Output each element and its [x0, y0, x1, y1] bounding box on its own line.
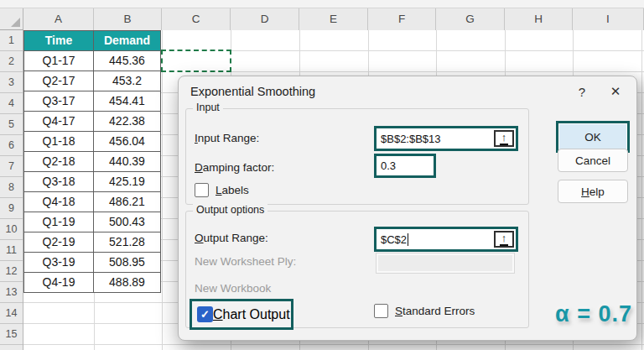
cell-demand[interactable]: 440.39	[94, 152, 161, 172]
help-button[interactable]: Help	[558, 180, 628, 203]
row-header[interactable]: 13	[0, 282, 23, 303]
chart-output-highlight: ✓ Chart Output	[190, 299, 293, 330]
output-range-input[interactable]: $C$2	[377, 229, 492, 249]
table-row: Q3-17454.41	[24, 91, 161, 112]
column-header-e[interactable]: E	[299, 8, 368, 30]
cell-demand[interactable]: 488.89	[94, 273, 161, 293]
dialog-title: Exponential Smoothing	[190, 85, 315, 98]
input-range-input[interactable]: $B$2:$B$13	[377, 128, 492, 149]
input-range-field-highlight: $B$2:$B$13 ↑	[374, 126, 518, 151]
table-row: Q2-17453.2	[24, 71, 161, 91]
ok-button[interactable]: OK	[558, 123, 627, 150]
labels-checkbox[interactable]	[195, 183, 209, 197]
new-worksheet-ply-input	[376, 253, 515, 274]
column-header-d[interactable]: D	[231, 8, 299, 30]
cell-demand[interactable]: 456.04	[94, 132, 161, 152]
standard-errors-label[interactable]: Standard Errors	[395, 305, 475, 317]
row-header[interactable]: 4	[0, 93, 23, 114]
cell-time[interactable]: Q4-19	[24, 273, 94, 293]
gridline	[641, 30, 642, 350]
column-header-f[interactable]: F	[368, 8, 436, 30]
cell-time[interactable]: Q2-19	[24, 232, 94, 253]
dialog-help-icon[interactable]: ?	[571, 81, 593, 102]
cell-time[interactable]: Q1-17	[24, 51, 94, 71]
column-header-g[interactable]: G	[436, 8, 505, 30]
cell-demand[interactable]: 422.38	[94, 112, 161, 132]
row-header[interactable]: 15	[0, 324, 23, 345]
table-row: Q1-17445.36	[24, 51, 161, 71]
standard-errors-checkbox[interactable]	[374, 304, 388, 318]
cell-time[interactable]: Q4-17	[24, 112, 94, 132]
column-header-b[interactable]: B	[94, 8, 162, 30]
output-range-field-highlight: $C$2 ↑	[374, 227, 518, 252]
row-header[interactable]: 1	[0, 30, 23, 51]
cell-demand[interactable]: 486.21	[94, 192, 161, 212]
new-workbook-label: New Workbook	[195, 282, 271, 295]
selection-marching-ants-c2	[161, 50, 231, 72]
collapse-dialog-arrow-icon: ↑	[500, 132, 509, 145]
table-row: Q4-18486.21	[24, 192, 161, 212]
column-header-c[interactable]: C	[162, 8, 231, 30]
row-header[interactable]: 14	[0, 303, 23, 324]
damping-factor-field-highlight: 0.3	[374, 154, 436, 178]
table-row: Q1-18456.04	[24, 132, 161, 152]
table-row: Q3-18425.19	[24, 172, 161, 192]
text-cursor	[408, 233, 408, 246]
close-icon[interactable]: ✕	[605, 81, 626, 102]
row-header-column: 1 2 3 4 5 6 7 8 9 10 11 12 13 14 15 16	[0, 30, 23, 350]
checkmark-icon: ✓	[200, 309, 210, 320]
header-cell-time[interactable]: Time	[24, 31, 94, 51]
damping-factor-label: Damping factor:	[195, 161, 274, 174]
row-header[interactable]: 16	[0, 345, 23, 350]
column-header-a[interactable]: A	[23, 8, 94, 30]
column-header-i[interactable]: I	[573, 8, 644, 30]
table-row: Q2-18440.39	[24, 152, 161, 172]
damping-factor-input[interactable]: 0.3	[377, 156, 434, 175]
chart-output-checkbox[interactable]: ✓	[197, 306, 213, 322]
table-row: Q4-19488.89	[24, 273, 161, 293]
column-header-h[interactable]: H	[505, 8, 573, 30]
cell-demand[interactable]: 425.19	[94, 172, 161, 192]
data-table: Time Demand Q1-17445.36 Q2-17453.2 Q3-17…	[23, 30, 161, 293]
input-group-label: Input	[193, 102, 223, 113]
row-header[interactable]: 7	[0, 156, 23, 177]
cell-demand[interactable]: 508.95	[94, 253, 161, 273]
cell-time[interactable]: Q3-19	[24, 253, 94, 273]
cancel-button[interactable]: Cancel	[558, 149, 628, 172]
header-cell-demand[interactable]: Demand	[94, 31, 161, 51]
row-header[interactable]: 10	[0, 219, 23, 240]
select-all-triangle-icon	[11, 18, 20, 27]
cell-time[interactable]: Q1-19	[24, 212, 94, 232]
range-picker-button[interactable]: ↑	[494, 231, 514, 248]
row-header[interactable]: 5	[0, 114, 23, 135]
row-header[interactable]: 9	[0, 198, 23, 219]
row-header[interactable]: 11	[0, 240, 23, 261]
table-row: Q1-19500.43	[24, 212, 161, 232]
row-header[interactable]: 6	[0, 135, 23, 156]
output-options-label: Output options	[193, 204, 267, 216]
cell-demand[interactable]: 500.43	[94, 212, 161, 232]
row-header[interactable]: 3	[0, 72, 23, 93]
select-all-corner[interactable]	[0, 8, 23, 30]
output-range-label: Output Range:	[195, 232, 268, 244]
row-header[interactable]: 12	[0, 261, 23, 282]
cell-demand[interactable]: 453.2	[94, 71, 161, 91]
formula-bar-edge	[0, 0, 644, 8]
help-button-label: Help	[581, 185, 605, 198]
cell-time[interactable]: Q2-17	[24, 71, 94, 91]
cell-time[interactable]: Q3-18	[24, 172, 94, 192]
labels-checkbox-label[interactable]: Labels	[216, 184, 249, 196]
cell-time[interactable]: Q1-18	[24, 132, 94, 152]
row-header[interactable]: 2	[0, 51, 23, 72]
cell-demand[interactable]: 454.41	[94, 91, 161, 112]
gridline	[162, 30, 163, 350]
cell-time[interactable]: Q3-17	[24, 91, 94, 112]
input-group: Input Input Range: $B$2:$B$13 ↑ Damping …	[185, 108, 529, 205]
row-header[interactable]: 8	[0, 177, 23, 198]
cell-time[interactable]: Q4-18	[24, 192, 94, 212]
cell-demand[interactable]: 445.36	[94, 51, 161, 71]
cell-time[interactable]: Q2-18	[24, 152, 94, 172]
range-picker-button[interactable]: ↑	[494, 130, 514, 147]
cell-demand[interactable]: 521.28	[94, 232, 161, 253]
chart-output-label[interactable]: Chart Output	[213, 307, 290, 322]
